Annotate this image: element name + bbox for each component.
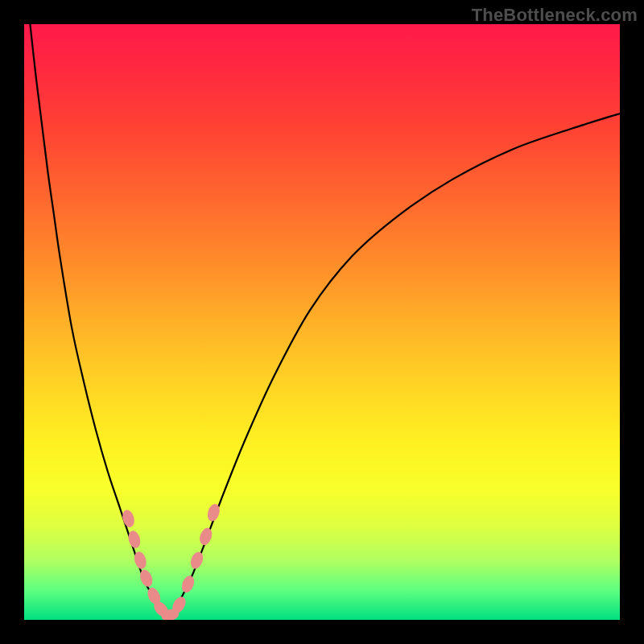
curve-svg bbox=[24, 24, 620, 620]
watermark-text: TheBottleneck.com bbox=[472, 5, 638, 26]
curve-left-branch bbox=[30, 24, 167, 617]
marker-cluster bbox=[121, 502, 222, 620]
plot-area bbox=[24, 24, 620, 620]
marker-point bbox=[197, 526, 213, 547]
marker-point bbox=[180, 574, 196, 595]
marker-point bbox=[121, 509, 137, 529]
marker-point bbox=[188, 550, 205, 571]
curve-right-branch bbox=[167, 114, 620, 617]
